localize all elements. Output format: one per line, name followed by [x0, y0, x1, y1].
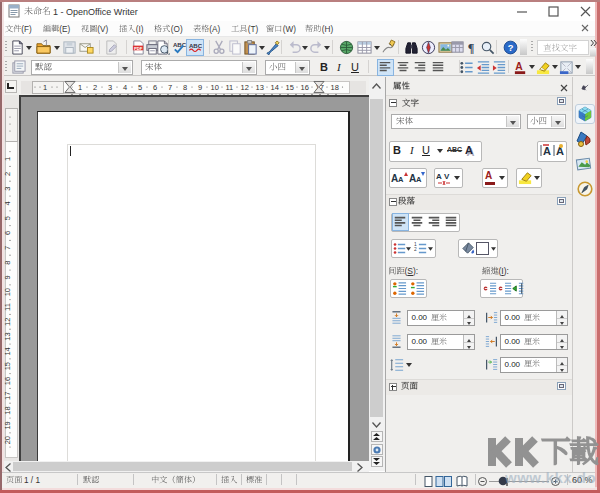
svg-text:12: 12: [3, 318, 12, 326]
svg-text:11: 11: [226, 83, 234, 92]
svg-text:6: 6: [153, 83, 157, 92]
svg-text:9: 9: [3, 275, 12, 279]
svg-text:7: 7: [3, 246, 12, 250]
svg-text:16: 16: [301, 83, 309, 92]
svg-text:ABC: ABC: [188, 42, 202, 49]
svg-text:8: 8: [183, 83, 187, 92]
svg-text:2: 2: [414, 247, 417, 252]
svg-text:2: 2: [93, 83, 97, 92]
svg-text:13: 13: [256, 83, 264, 92]
svg-text:20: 20: [3, 436, 12, 444]
svg-text:¶: ¶: [468, 41, 475, 55]
svg-text:4: 4: [123, 83, 127, 92]
svg-text:13: 13: [3, 332, 12, 340]
svg-text:V: V: [444, 172, 450, 181]
svg-text:1: 1: [3, 157, 12, 161]
svg-text:PDF: PDF: [134, 46, 143, 51]
svg-text:2: 2: [3, 172, 12, 176]
svg-text:15: 15: [3, 362, 12, 370]
svg-text:A: A: [436, 172, 442, 181]
svg-text:19: 19: [3, 421, 12, 429]
svg-text:3: 3: [3, 187, 12, 191]
svg-text:A: A: [543, 145, 551, 157]
svg-text:18: 18: [331, 83, 339, 92]
svg-text:10: 10: [3, 288, 12, 296]
svg-text:1: 1: [43, 83, 47, 92]
svg-text:5: 5: [3, 216, 12, 220]
svg-text:3: 3: [108, 83, 112, 92]
svg-text:9: 9: [198, 83, 202, 92]
svg-text:?: ?: [508, 43, 514, 53]
svg-text:10: 10: [211, 83, 219, 92]
svg-text:ABC: ABC: [173, 41, 187, 48]
svg-text:11: 11: [3, 303, 12, 311]
svg-text:6: 6: [3, 231, 12, 235]
svg-text:A: A: [398, 175, 404, 184]
svg-text:1: 1: [78, 83, 82, 92]
svg-text:12: 12: [241, 83, 249, 92]
svg-text:18: 18: [3, 406, 12, 414]
svg-text:8: 8: [3, 261, 12, 265]
svg-text:A: A: [515, 61, 523, 72]
svg-text:A: A: [416, 175, 422, 184]
svg-text:4: 4: [3, 201, 12, 205]
svg-text:7: 7: [168, 83, 172, 92]
svg-text:16: 16: [3, 377, 12, 385]
svg-text:17: 17: [3, 392, 12, 400]
svg-text:14: 14: [271, 83, 279, 92]
svg-text:15: 15: [286, 83, 294, 92]
svg-text:14: 14: [3, 347, 12, 355]
svg-text:5: 5: [138, 83, 142, 92]
